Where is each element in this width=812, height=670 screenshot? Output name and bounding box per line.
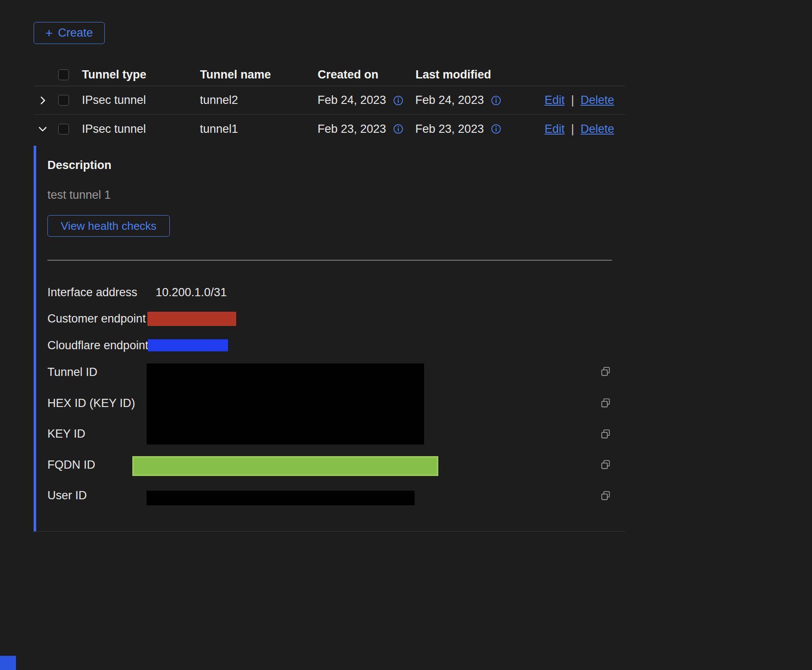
view-health-checks-button[interactable]: View health checks (47, 215, 170, 237)
tunnel-detail-panel: Description test tunnel 1 View health ch… (34, 146, 625, 532)
id-values-redacted-block (147, 363, 424, 445)
user-id-redacted-value (147, 491, 415, 505)
delete-link[interactable]: Delete (581, 122, 614, 136)
bottom-left-accent (0, 656, 16, 670)
interface-address-label: Interface address (47, 286, 137, 299)
tunnels-table: Tunnel type Tunnel name Created on Last … (34, 64, 625, 143)
key-id-label: KEY ID (47, 427, 85, 441)
header-last-modified: Last modified (415, 68, 545, 81)
copy-icon (600, 459, 612, 471)
fqdn-id-label: FQDN ID (47, 458, 95, 472)
cloudflare-endpoint-label: Cloudflare endpoint (47, 339, 148, 352)
header-tunnel-name: Tunnel name (200, 68, 318, 81)
chevron-down-icon (37, 123, 48, 135)
header-tunnel-type: Tunnel type (82, 68, 200, 81)
collapse-row-button[interactable] (37, 123, 48, 135)
copy-key-id-button[interactable] (600, 428, 612, 440)
header-created-on: Created on (318, 68, 415, 81)
tunnel-name-cell: tunnel1 (200, 122, 318, 136)
created-on-cell: Feb 24, 2023 (318, 94, 386, 107)
description-heading: Description (47, 159, 112, 172)
tunnel-type-cell: IPsec tunnel (82, 122, 200, 136)
edit-link[interactable]: Edit (544, 94, 565, 107)
copy-fqdn-id-button[interactable] (600, 459, 612, 471)
plus-icon: + (45, 27, 53, 40)
info-icon[interactable] (393, 95, 403, 106)
user-id-label: User ID (47, 489, 87, 502)
copy-icon (600, 397, 612, 409)
edit-link[interactable]: Edit (544, 122, 565, 136)
info-icon[interactable] (393, 124, 403, 134)
table-row: IPsec tunnel tunnel2 Feb 24, 2023 Feb 24… (34, 86, 625, 115)
fqdn-id-redacted-value (132, 456, 438, 476)
row-checkbox[interactable] (58, 95, 69, 106)
select-all-checkbox[interactable] (58, 69, 69, 80)
create-button-label: Create (58, 26, 93, 40)
copy-icon (600, 428, 612, 440)
info-icon[interactable] (491, 95, 501, 106)
chevron-right-icon (37, 95, 48, 106)
expand-row-button[interactable] (37, 95, 48, 106)
last-modified-cell: Feb 23, 2023 (415, 122, 484, 136)
table-row: IPsec tunnel tunnel1 Feb 23, 2023 Feb 23… (34, 115, 625, 143)
copy-hex-id-button[interactable] (600, 397, 612, 409)
tunnel-type-cell: IPsec tunnel (82, 94, 200, 107)
tunnel-id-label: Tunnel ID (47, 366, 97, 379)
last-modified-cell: Feb 24, 2023 (415, 94, 484, 107)
copy-icon (600, 490, 612, 502)
row-checkbox[interactable] (58, 124, 69, 135)
action-separator: | (571, 122, 574, 136)
copy-tunnel-id-button[interactable] (600, 366, 612, 378)
action-separator: | (571, 94, 574, 107)
detail-divider (47, 260, 612, 260)
customer-endpoint-redacted-value (147, 312, 236, 326)
delete-link[interactable]: Delete (581, 94, 614, 107)
create-button[interactable]: + Create (34, 22, 105, 44)
cloudflare-endpoint-redacted-value (148, 339, 228, 351)
description-value: test tunnel 1 (47, 188, 111, 202)
tunnels-page: + Create Tunnel type Tunnel name Created… (0, 0, 812, 670)
customer-endpoint-label: Customer endpoint (47, 312, 146, 326)
tunnel-name-cell: tunnel2 (200, 94, 318, 107)
hex-id-label: HEX ID (KEY ID) (47, 397, 135, 410)
interface-address-value: 10.200.1.0/31 (156, 286, 227, 299)
created-on-cell: Feb 23, 2023 (318, 122, 386, 136)
table-header-row: Tunnel type Tunnel name Created on Last … (34, 64, 625, 86)
copy-icon (600, 366, 612, 378)
copy-user-id-button[interactable] (600, 490, 612, 502)
info-icon[interactable] (491, 124, 501, 134)
